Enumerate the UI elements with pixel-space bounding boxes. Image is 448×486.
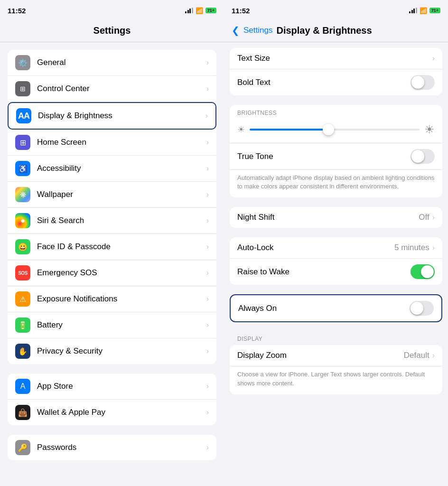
brightness-thumb[interactable] [323,124,334,135]
sidebar-item-passwords[interactable]: 🔑 Passwords › [8,435,216,460]
display-zoom-item[interactable]: Display Zoom Default › [230,345,442,366]
display-label: Display & Brightness [38,111,205,121]
accessibility-label: Accessibility [37,164,206,173]
sidebar-item-face-id[interactable]: 😀 Face ID & Passcode › [8,234,216,260]
header-bars: Settings ❮ Settings Display & Brightness [0,21,448,42]
true-tone-description: Automatically adapt iPhone display based… [230,170,442,197]
right-wifi-icon: 📶 [420,7,427,14]
brightness-section: BRIGHTNESS ☀ ☀ True Tone Automatically a… [230,105,442,197]
passwords-icon: 🔑 [15,440,30,455]
right-status-bar: 11:52 📶 71+ [224,0,448,21]
text-size-item[interactable]: Text Size › [230,48,442,69]
sidebar-item-display-brightness[interactable]: AA Display & Brightness › [8,102,216,130]
settings-group-2: A App Store › 👜 Wallet & Apple Pay › [8,374,216,425]
general-label: General [37,58,206,67]
sidebar-item-control-center[interactable]: ⊞ Control Center › [8,76,216,102]
sidebar-item-general[interactable]: ⚙️ General › [8,50,216,76]
true-tone-knob [411,150,424,163]
general-chevron: › [206,58,209,67]
auto-lock-item[interactable]: Auto-Lock 5 minutes › [230,237,442,259]
display-zoom-chevron: › [432,351,435,360]
sidebar-item-wallet[interactable]: 👜 Wallet & Apple Pay › [8,400,216,425]
bold-text-item[interactable]: Bold Text [230,69,442,95]
control-center-chevron: › [206,84,209,93]
home-screen-chevron: › [206,138,209,147]
always-on-toggle[interactable] [410,301,434,316]
general-icon: ⚙️ [15,55,30,70]
auto-lock-label: Auto-Lock [237,243,394,252]
left-header: Settings [0,21,224,42]
sun-large-icon: ☀ [424,123,435,136]
sidebar-item-app-store[interactable]: A App Store › [8,374,216,400]
sidebar-item-emergency-sos[interactable]: SOS Emergency SOS › [8,260,216,286]
raise-to-wake-item[interactable]: Raise to Wake [230,259,442,285]
siri-chevron: › [206,216,209,225]
display-section-header: DISPLAY [230,332,442,345]
bold-text-toggle[interactable] [411,75,435,90]
brightness-fill [250,129,326,131]
always-on-group: Always On [230,294,442,322]
sidebar-item-accessibility[interactable]: ♿ Accessibility › [8,156,216,182]
app-store-icon: A [15,379,30,394]
display-chevron: › [205,112,208,120]
left-time: 11:52 [8,7,26,15]
main-content: ⚙️ General › ⊞ Control Center › AA Displ… [0,42,448,486]
wallet-label: Wallet & Apple Pay [37,408,206,417]
sidebar-item-wallpaper[interactable]: ❋ Wallpaper › [8,182,216,208]
back-button[interactable]: Settings [243,26,272,35]
wifi-icon: 📶 [196,7,203,14]
right-panel: Text Size › Bold Text BRIGHTNESS ☀ ☀ [224,42,448,486]
brightness-slider[interactable] [250,129,420,131]
emergency-sos-label: Emergency SOS [37,268,206,278]
raise-to-wake-toggle[interactable] [411,264,435,279]
true-tone-label: True Tone [237,152,411,161]
night-shift-label: Night Shift [237,213,419,222]
display-zoom-group: Display Zoom Default › Choose a view for… [230,345,442,394]
always-on-label: Always On [238,304,410,313]
sidebar-item-home-screen[interactable]: ⊞ Home Screen › [8,130,216,156]
always-on-item[interactable]: Always On [231,295,441,321]
sidebar-item-battery[interactable]: 🔋 Battery › [8,312,216,338]
app-store-chevron: › [206,382,209,391]
text-size-label: Text Size [237,54,432,63]
bold-text-label: Bold Text [237,78,411,87]
face-id-icon: 😀 [15,239,30,254]
right-status-icons: 📶 71+ [409,7,440,14]
privacy-label: Privacy & Security [37,346,206,356]
privacy-icon: ✋ [15,344,30,359]
left-header-title: Settings [93,25,131,36]
signal-icon [185,8,193,13]
right-header-title: Display & Brightness [276,25,372,36]
always-on-knob [411,302,423,315]
raise-to-wake-label: Raise to Wake [237,267,411,277]
left-panel: ⚙️ General › ⊞ Control Center › AA Displ… [0,42,224,486]
emergency-sos-chevron: › [206,269,209,277]
true-tone-toggle[interactable] [411,149,435,164]
siri-label: Siri & Search [37,216,206,225]
sun-small-icon: ☀ [237,124,245,135]
sidebar-item-privacy[interactable]: ✋ Privacy & Security › [8,338,216,364]
passwords-chevron: › [206,443,209,452]
home-screen-label: Home Screen [37,138,206,147]
display-zoom-description: Choose a view for iPhone. Larger Text sh… [230,366,442,394]
night-shift-chevron: › [432,213,435,222]
night-shift-group: Night Shift Off › [230,207,442,228]
sidebar-item-siri[interactable]: ● Siri & Search › [8,208,216,234]
wallpaper-icon: ❋ [15,187,30,202]
right-header: ❮ Settings Display & Brightness [224,21,448,42]
night-shift-item[interactable]: Night Shift Off › [230,207,442,228]
sidebar-item-exposure[interactable]: ⚠ Exposure Notifications › [8,286,216,312]
emergency-sos-icon: SOS [15,265,30,280]
control-center-icon: ⊞ [15,81,30,96]
exposure-chevron: › [206,295,209,303]
exposure-icon: ⚠ [15,291,30,307]
display-zoom-value: Default [404,351,429,360]
night-shift-value: Off [419,213,429,222]
raise-to-wake-knob [421,265,434,278]
wallpaper-label: Wallpaper [37,190,206,199]
lock-group: Auto-Lock 5 minutes › Raise to Wake [230,237,442,285]
app-store-label: App Store [37,382,206,391]
auto-lock-value: 5 minutes [394,243,429,252]
battery-chevron: › [206,321,209,329]
right-battery-badge: 71+ [429,8,440,13]
